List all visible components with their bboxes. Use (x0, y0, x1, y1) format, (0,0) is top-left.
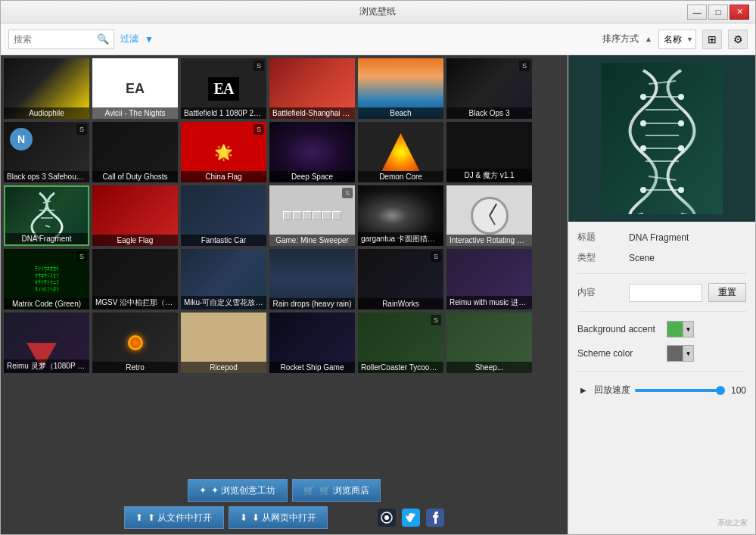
thumb-label: Black Ops 3 (446, 107, 532, 119)
scheme-color-swatch (667, 346, 683, 361)
thumb-china[interactable]: 🌟 S China Flag (181, 122, 266, 182)
thumb-blackops3[interactable]: S Black Ops 3 (446, 58, 532, 119)
bg-accent-label: Background accent (577, 324, 661, 334)
thumb-demon-core[interactable]: Demon Core (358, 122, 443, 182)
thumb-beach[interactable]: Beach (358, 58, 443, 119)
thumb-cod[interactable]: Call of Duty Ghosts (92, 122, 178, 182)
close-button[interactable]: ✕ (730, 5, 749, 20)
play-button[interactable]: ▶ (577, 384, 590, 397)
thumb-rocket-ship[interactable]: Rocket Ship Game (269, 313, 355, 373)
gallery-scroll[interactable]: Audiophile EA Avicii - The Nights EA S B… (1, 55, 568, 474)
thumb-matrix[interactable]: ｦｱｲｳｴｵｶｷｸｹｺｻｼｽｾｿﾀﾁﾂﾃﾄﾅﾆﾇﾈﾉﾊﾋﾌﾍﾎﾏ S Matri… (4, 249, 89, 309)
slider-fill (635, 389, 720, 392)
thumb-label: Deep Space (269, 171, 355, 182)
color-arrow-icon[interactable]: ▼ (683, 322, 693, 337)
type-prop-value: Scene (629, 253, 655, 263)
thumb-safehouse[interactable]: N S Black ops 3 Safehouse loading screen… (4, 122, 89, 182)
thumb-minesweep[interactable]: S Game: Mine Sweeper (269, 185, 355, 246)
thumb-rain[interactable]: Rain drops (heavy rain) (269, 249, 355, 309)
thumb-label: gargantua 卡圆图猎想 加上BGM并减小视频大小 (358, 232, 443, 246)
divider (577, 273, 746, 274)
browse-workshop-button[interactable]: ✦ ✦ 浏览创意工坊 (188, 479, 287, 502)
thumb-audiophile[interactable]: Audiophile (4, 58, 89, 119)
sort-select-wrap: 名称 评分 最近 (658, 30, 696, 49)
type-prop-label: 类型 (577, 251, 623, 264)
thumb-miku[interactable]: Miku-可自定义雪花放出 冬季v1.22 (181, 249, 266, 309)
scheme-color-picker[interactable]: ▼ (667, 345, 694, 362)
thumb-fantastic-car[interactable]: Fantastic Car (181, 185, 266, 246)
bg-accent-row: Background accent ▼ (577, 321, 746, 337)
thumb-eagle[interactable]: Eagle Flag (92, 185, 178, 246)
svg-point-17 (678, 94, 684, 100)
twitter-social-icon[interactable] (402, 509, 420, 527)
search-box[interactable]: 🔍 (8, 30, 114, 49)
thumb-rainworks[interactable]: S RainWorks (358, 249, 443, 309)
steam-social-icon[interactable] (378, 509, 396, 527)
filter-button[interactable]: 过滤 (120, 33, 138, 45)
slider-thumb[interactable] (716, 386, 725, 395)
title-bar: 浏览壁纸 — □ ✕ (1, 1, 755, 23)
main-area: Audiophile EA Avicii - The Nights EA S B… (1, 55, 755, 534)
thumb-dna[interactable]: DNA Fragment (4, 185, 89, 246)
thumb-label: Avicii - The Nights (92, 107, 178, 119)
search-input[interactable] (14, 34, 97, 45)
content-field[interactable] (629, 284, 702, 302)
thumb-label: Matrix Code (Green) (4, 298, 89, 309)
watermark: 系统之家 (717, 518, 748, 528)
thumb-label: Interactive Rotating Clock (446, 235, 532, 246)
steam-badge: S (76, 124, 87, 135)
sort-direction-icon[interactable]: ▲ (645, 35, 652, 43)
thumb-battlefield1080[interactable]: EA S Battlefield 1 1080P 25fps (181, 58, 266, 119)
gallery-row-2: N S Black ops 3 Safehouse loading screen… (4, 122, 565, 182)
svg-point-21 (678, 145, 684, 151)
maximize-button[interactable]: □ (708, 5, 728, 20)
open-web-button[interactable]: ⬇ ⬇ 从网页中打开 (229, 506, 328, 529)
thumb-reimu-music[interactable]: Reimu with music 进化版 1080 60FPS (446, 249, 532, 309)
sort-select[interactable]: 名称 评分 最近 (658, 30, 696, 49)
thumb-label: Call of Duty Ghosts (92, 171, 178, 182)
filter-icon[interactable]: ▼ (145, 34, 154, 45)
thumb-label: RollerCoaster Tycoon Added Attractions M… (358, 362, 443, 373)
thumb-gargantua[interactable]: gargantua 卡圆图猎想 加上BGM并减小视频大小 (358, 185, 443, 246)
thumb-label: Miku-可自定义雪花放出 冬季v1.22 (181, 296, 266, 309)
thumb-label: MGSV 沿中柏拦那（1080p 无限循环） (92, 296, 178, 309)
svg-point-19 (678, 120, 684, 126)
thumb-reimu-s[interactable]: Reimu 灵梦（1080P 60FPS·重置版 (4, 313, 89, 373)
thumb-rollercoaster[interactable]: S RollerCoaster Tycoon Added Attractions… (358, 313, 443, 373)
thumb-label: China Flag (181, 171, 266, 182)
settings-button[interactable]: ⚙ (728, 30, 748, 49)
thumb-sheep[interactable]: Sheep... (446, 313, 532, 373)
props-area: 标题 DNA Fragment 类型 Scene 内容 重置 Backgroun… (568, 222, 755, 512)
toolbar: 🔍 过滤 ▼ 排序方式 ▲ 名称 评分 最近 ⊞ ⚙ (1, 23, 755, 55)
facebook-social-icon[interactable] (426, 509, 444, 527)
scheme-color-arrow-icon[interactable]: ▼ (683, 346, 693, 361)
thumb-deep-space[interactable]: Deep Space (269, 122, 355, 182)
view-button[interactable]: ⊞ (702, 30, 722, 49)
thumb-label: Battlefield 1 1080P 25fps (181, 107, 266, 119)
thumb-battlefield-shanghai[interactable]: Battlefield-Shanghai Wallpaper (269, 58, 355, 119)
open-file-button[interactable]: ⬆ ⬆ 从文件中打开 (124, 506, 223, 529)
dna-preview (602, 63, 723, 214)
thumb-label: Ricepod (181, 362, 266, 373)
thumb-retro[interactable]: Retro (92, 313, 178, 373)
divider3 (577, 371, 746, 372)
playback-slider[interactable] (635, 389, 720, 392)
bg-accent-picker[interactable]: ▼ (667, 321, 694, 337)
title-row: 标题 DNA Fragment (577, 231, 746, 244)
thumb-ricepod[interactable]: Ricepod (181, 313, 266, 373)
steam-badge: S (431, 315, 441, 325)
thumb-dj[interactable]: DJ & 魔方 v1.1 (446, 122, 532, 182)
reset-button[interactable]: 重置 (708, 283, 746, 302)
download-icon: ⬇ (240, 512, 247, 523)
svg-point-23 (678, 187, 684, 193)
browse-store-button[interactable]: 🛒 🛒 浏览商店 (292, 479, 381, 502)
thumb-clock[interactable]: Interactive Rotating Clock (446, 185, 532, 246)
bg-accent-swatch (667, 322, 683, 337)
minimize-button[interactable]: — (687, 5, 707, 20)
playback-label: 回放速度 (594, 384, 630, 397)
thumb-label: Battlefield-Shanghai Wallpaper (269, 107, 355, 119)
thumb-mgsv[interactable]: MGSV 沿中柏拦那（1080p 无限循环） (92, 249, 178, 309)
main-window: 浏览壁纸 — □ ✕ 🔍 过滤 ▼ 排序方式 ▲ 名称 评分 最近 ⊞ ⚙ (0, 0, 756, 535)
steam-badge: S (519, 61, 530, 71)
thumb-avicii[interactable]: EA Avicii - The Nights (92, 58, 178, 119)
